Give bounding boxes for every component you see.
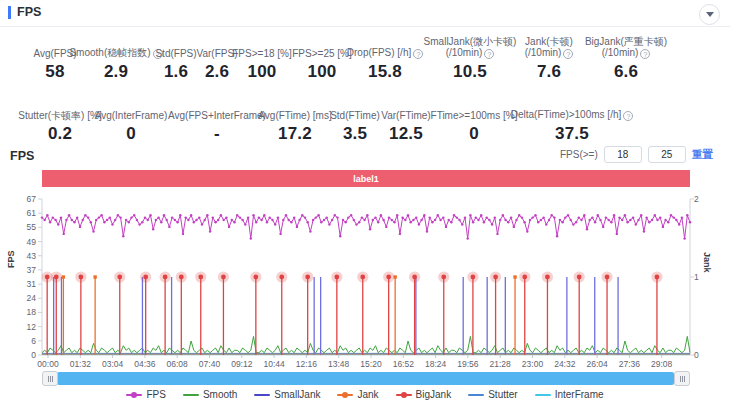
stat-value: 0	[126, 124, 136, 144]
stat-fps>=18%: FPS>=18 [%]100	[229, 36, 295, 82]
stat-value: 6.6	[614, 62, 638, 82]
banner-label: label1	[353, 174, 379, 184]
y-axis-right-ticks: 210	[694, 199, 714, 355]
title-accent-bar	[8, 6, 11, 19]
y-axis-tick-label: 6	[0, 336, 36, 346]
chart-label-banner: label1	[42, 170, 690, 187]
y-axis-left-title: FPS	[6, 250, 16, 268]
x-axis-tick-label: 07:40	[199, 359, 220, 369]
legend-label: Stutter	[488, 389, 517, 400]
legend-smooth-icon	[183, 391, 199, 399]
stat-label: Jank(卡顿)(/10min)?	[525, 36, 574, 59]
panel-header: FPS	[0, 0, 730, 27]
fps-panel: FPS Avg(FPS)58Smooth(稳帧指数)?2.9Std(FPS)1.…	[0, 0, 730, 407]
legend-item-jank[interactable]: Jank	[337, 389, 378, 400]
chart-legend: FPSSmoothSmallJankJankBigJankStutterInte…	[0, 389, 730, 400]
x-axis-tick-label: 10:44	[263, 359, 284, 369]
x-axis-tick-label: 13:48	[328, 359, 349, 369]
x-axis-tick-label: 00:00	[37, 359, 58, 369]
x-axis-tick-label: 03:04	[102, 359, 123, 369]
x-axis-tick-label: 04:36	[134, 359, 155, 369]
help-icon[interactable]: ?	[623, 111, 633, 121]
stat-deltaftime>100msh: Delta(FTime)>100ms [/h]?37.5	[497, 98, 647, 144]
x-axis-ticks: 00:0001:3203:0404:3606:0807:4009:1210:44…	[42, 359, 690, 371]
stat-label: Std(FPS)	[155, 36, 196, 59]
fps-chart-plot[interactable]	[42, 199, 690, 355]
x-axis-tick-label: 26:04	[586, 359, 607, 369]
stat-dropfpsh: Drop(FPS) [/h]?15.8	[345, 36, 425, 82]
y-axis-left-ticks: 6761554943373124181260	[0, 199, 36, 355]
scrollbar-right-handle[interactable]	[674, 371, 690, 386]
stat-value: 15.8	[368, 62, 402, 82]
stat-label: BigJank(严重卡顿)(/10min)?	[585, 36, 667, 59]
x-axis-tick-label: 12:16	[296, 359, 317, 369]
legend-label: InterFrame	[555, 389, 604, 400]
x-axis-tick-label: 29:08	[651, 359, 672, 369]
stat-value: 10.5	[453, 62, 487, 82]
fps-threshold-filter: FPS(>=) 重置	[560, 146, 713, 163]
series-smalljank	[54, 277, 618, 355]
stat-value: 100	[248, 62, 277, 82]
y-axis-tick-label: 61	[0, 208, 36, 218]
stat-label: Avg(FTime) [ms]	[258, 98, 331, 121]
legend-item-bigjank[interactable]: BigJank	[396, 389, 452, 400]
y-axis-tick-label: 67	[0, 194, 36, 204]
stat-label: FPS>=18 [%]	[232, 36, 291, 59]
legend-item-smooth[interactable]: Smooth	[183, 389, 237, 400]
y-axis-tick-label: 1	[694, 272, 714, 282]
stat-value: 100	[308, 62, 337, 82]
legend-label: Smooth	[203, 389, 237, 400]
stat-label: SmallJank(微小卡顿)(/10min)?	[424, 36, 517, 59]
stat-value: 17.2	[278, 124, 312, 144]
chart-scrollbar[interactable]	[42, 372, 690, 385]
y-axis-tick-label: 18	[0, 307, 36, 317]
x-axis-tick-label: 23:00	[522, 359, 543, 369]
x-axis-tick-label: 01:32	[70, 359, 91, 369]
y-axis-tick-label: 0	[0, 350, 36, 360]
stat-label: Drop(FPS) [/h]?	[347, 36, 423, 59]
stat-value: 2.9	[104, 62, 128, 82]
series-smooth	[42, 336, 690, 352]
fps-threshold-min-input[interactable]	[604, 146, 642, 163]
help-icon[interactable]: ?	[484, 49, 494, 59]
stat-value: 37.5	[555, 124, 589, 144]
legend-bigjank-icon	[396, 391, 412, 399]
reset-button[interactable]: 重置	[692, 148, 713, 162]
scrollbar-left-handle[interactable]	[42, 371, 58, 386]
collapse-button[interactable]	[699, 4, 720, 25]
series-bigjank	[42, 271, 663, 355]
x-axis-tick-label: 24:32	[554, 359, 575, 369]
stat-value: 2.6	[205, 62, 229, 82]
legend-smalljank-icon	[254, 391, 270, 399]
legend-item-stutter[interactable]: Stutter	[468, 389, 517, 400]
legend-item-interframe[interactable]: InterFrame	[535, 389, 604, 400]
scrollbar-track-fill[interactable]	[57, 372, 674, 385]
fps-threshold-max-input[interactable]	[648, 146, 686, 163]
fps-threshold-label: FPS(>=)	[560, 149, 598, 160]
help-icon[interactable]: ?	[563, 49, 573, 59]
x-axis-tick-label: 18:24	[425, 359, 446, 369]
x-axis-tick-label: 16:52	[393, 359, 414, 369]
x-axis-tick-label: 21:28	[490, 359, 511, 369]
legend-item-fps[interactable]: FPS	[126, 389, 165, 400]
stat-label: Delta(FTime)>100ms [/h]?	[511, 98, 634, 121]
x-axis-tick-label: 06:08	[167, 359, 188, 369]
y-axis-tick-label: 2	[694, 194, 714, 204]
chart-title: FPS	[10, 149, 34, 163]
legend-item-smalljank[interactable]: SmallJank	[254, 389, 320, 400]
stat-label: FPS>=25 [%]	[292, 36, 351, 59]
x-axis-tick-label: 15:20	[360, 359, 381, 369]
stat-value: 0	[469, 124, 479, 144]
x-axis-tick-label: 19:56	[457, 359, 478, 369]
legend-jank-icon	[337, 391, 353, 399]
stat-value: 7.6	[537, 62, 561, 82]
stat-bigjank: BigJank(严重卡顿)(/10min)?6.6	[578, 36, 674, 82]
stat-value: 1.6	[164, 62, 188, 82]
legend-label: SmallJank	[274, 389, 320, 400]
legend-label: Jank	[357, 389, 378, 400]
help-icon[interactable]: ?	[640, 49, 650, 59]
y-axis-tick-label: 55	[0, 222, 36, 232]
stat-value: 0.2	[48, 124, 72, 144]
stat-smalljank: SmallJank(微小卡顿)(/10min)?10.5	[420, 36, 520, 82]
stat-jank: Jank(卡顿)(/10min)?7.6	[511, 36, 587, 82]
